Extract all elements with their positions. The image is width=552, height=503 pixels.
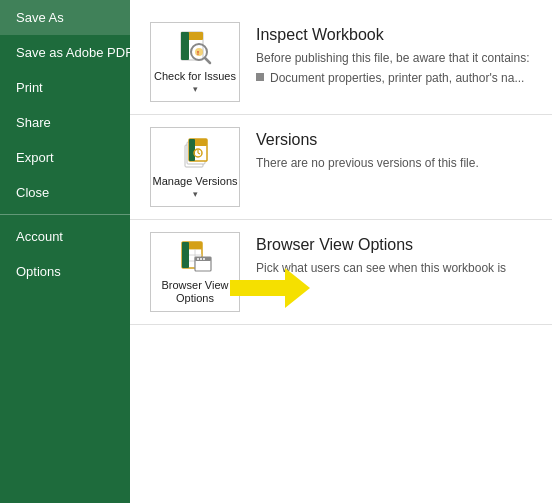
svg-point-25: [200, 258, 202, 260]
svg-point-26: [203, 258, 205, 260]
manage-versions-button[interactable]: Manage Versions ▾: [150, 127, 240, 207]
inspect-workbook-title: Inspect Workbook: [256, 26, 530, 44]
sidebar-item-print[interactable]: Print: [0, 70, 130, 105]
browser-view-desc: Pick what users can see when this workbo…: [256, 260, 532, 294]
sidebar-item-close[interactable]: Close: [0, 175, 130, 210]
svg-text:!: !: [197, 50, 199, 56]
manage-versions-icon: [177, 135, 213, 171]
browser-view-options-label: Browser View Options: [151, 279, 239, 305]
browser-view-options-button[interactable]: Browser View Options: [150, 232, 240, 312]
sidebar-item-account[interactable]: Account: [0, 219, 130, 254]
check-issues-icon: !: [177, 30, 213, 66]
check-issues-label: Check for Issues: [154, 70, 236, 83]
versions-desc: There are no previous versions of this f…: [256, 155, 479, 172]
svg-rect-17: [182, 242, 189, 268]
svg-rect-2: [181, 32, 189, 60]
versions-title: Versions: [256, 131, 479, 149]
inspect-workbook-desc: Before publishing this file, be aware th…: [256, 50, 530, 67]
svg-point-24: [197, 258, 199, 260]
svg-rect-11: [189, 139, 195, 161]
sidebar-item-share[interactable]: Share: [0, 105, 130, 140]
browser-view-options-icon: [177, 239, 213, 275]
inspect-workbook-bullet: Document properties, printer path, autho…: [256, 71, 530, 85]
browser-view-options-section: Browser View Options Browser View Option…: [130, 220, 552, 325]
check-issues-dropdown: ▾: [193, 84, 198, 94]
sidebar-item-save-adobe[interactable]: Save as Adobe PDF: [0, 35, 130, 70]
sidebar: Save As Save as Adobe PDF Print Share Ex…: [0, 0, 130, 503]
manage-versions-dropdown: ▾: [193, 189, 198, 199]
sidebar-item-options[interactable]: Options: [0, 254, 130, 289]
sidebar-divider: [0, 214, 130, 215]
svg-line-5: [205, 58, 210, 63]
main-content: ! Check for Issues ▾ Inspect Workbook Be…: [130, 0, 552, 503]
browser-view-text: Browser View Options Pick what users can…: [256, 232, 532, 294]
browser-view-title: Browser View Options: [256, 236, 532, 254]
bullet-icon: [256, 73, 264, 81]
manage-versions-label: Manage Versions: [153, 175, 238, 188]
versions-section: Manage Versions ▾ Versions There are no …: [130, 115, 552, 220]
inspect-workbook-section: ! Check for Issues ▾ Inspect Workbook Be…: [130, 10, 552, 115]
versions-text: Versions There are no previous versions …: [256, 127, 479, 172]
sidebar-item-save-as[interactable]: Save As: [0, 0, 130, 35]
check-for-issues-button[interactable]: ! Check for Issues ▾: [150, 22, 240, 102]
sidebar-item-export[interactable]: Export: [0, 140, 130, 175]
inspect-workbook-text: Inspect Workbook Before publishing this …: [256, 22, 530, 85]
